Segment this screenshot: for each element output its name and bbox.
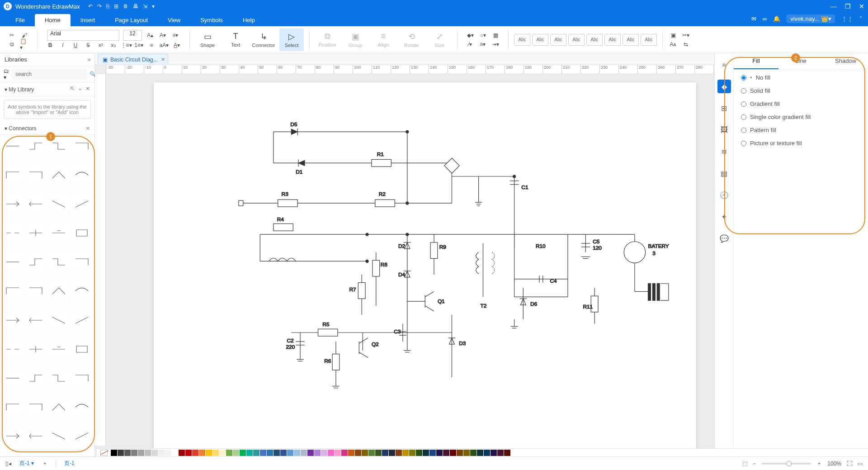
color-swatch[interactable]: [131, 450, 137, 456]
underline-icon[interactable]: U: [71, 41, 80, 50]
color-swatch[interactable]: [192, 450, 198, 456]
connector-shape[interactable]: [26, 399, 46, 416]
color-swatch[interactable]: [145, 450, 151, 456]
color-swatch[interactable]: [219, 450, 226, 456]
add-icon[interactable]: ＋: [77, 85, 83, 93]
more-icon[interactable]: ▾: [152, 3, 155, 9]
tab-view[interactable]: View: [158, 14, 190, 26]
connector-shape[interactable]: [71, 195, 92, 213]
tab-fill[interactable]: Fill: [734, 53, 778, 69]
connector-shape[interactable]: [26, 253, 46, 271]
close-button[interactable]: ✕: [859, 3, 864, 10]
connector-shape[interactable]: [49, 166, 69, 184]
color-swatch[interactable]: [396, 450, 402, 456]
focus-mode-icon[interactable]: ▣: [668, 32, 678, 39]
collapse-sidebar-icon[interactable]: «: [88, 56, 91, 63]
presentation-icon[interactable]: ▭: [858, 461, 863, 467]
collapse-ribbon-icon[interactable]: ˄: [859, 15, 863, 22]
redo-icon[interactable]: ↷: [97, 3, 102, 9]
tab-line[interactable]: Line: [778, 53, 823, 69]
maximize-button[interactable]: ❐: [845, 3, 851, 10]
connector-shape[interactable]: [49, 399, 69, 416]
color-swatch[interactable]: [443, 450, 449, 456]
font-color-icon[interactable]: A▾: [172, 41, 181, 50]
text-tool[interactable]: TText: [223, 28, 248, 51]
crop-icon[interactable]: ✂▾: [681, 32, 691, 39]
color-swatch[interactable]: [240, 450, 246, 456]
comment-category-icon[interactable]: 💬: [717, 232, 731, 245]
open-icon[interactable]: ⊞: [114, 3, 118, 9]
position-tool[interactable]: ⧉Position: [315, 28, 340, 51]
connector-shape[interactable]: [71, 399, 92, 416]
connector-shape[interactable]: [71, 166, 92, 184]
image-category-icon[interactable]: 🖼: [717, 123, 731, 137]
paste-icon[interactable]: 📋▾: [20, 40, 29, 49]
cut-icon[interactable]: ✂: [7, 31, 16, 40]
connector-shape[interactable]: [26, 166, 46, 184]
fill-color-icon[interactable]: ◆▾: [466, 31, 475, 40]
minimize-button[interactable]: —: [830, 3, 837, 10]
shrink-font-icon[interactable]: A▾: [158, 31, 167, 40]
color-swatch[interactable]: [280, 450, 287, 456]
fill-category-icon[interactable]: ◆: [717, 80, 731, 93]
color-swatch[interactable]: [450, 450, 456, 456]
color-swatch[interactable]: [118, 450, 124, 456]
connector-shape[interactable]: [26, 370, 46, 387]
font-panel-icon[interactable]: Aᴀ: [668, 41, 678, 48]
color-swatch[interactable]: [260, 450, 266, 456]
select-tool[interactable]: ▷Select: [279, 28, 304, 51]
connector-shape[interactable]: [49, 224, 69, 242]
replace-icon[interactable]: ⇆: [681, 41, 691, 48]
arrange-category-icon[interactable]: ✦: [717, 210, 731, 223]
fit-icon[interactable]: ⬚: [742, 461, 747, 467]
layers-category-icon[interactable]: ≋: [717, 145, 731, 158]
color-swatch[interactable]: [423, 450, 429, 456]
color-swatch[interactable]: [212, 450, 219, 456]
style-chip[interactable]: Abc: [604, 34, 621, 46]
color-swatch[interactable]: [470, 450, 476, 456]
connector-shape[interactable]: [3, 341, 23, 358]
style-chip[interactable]: Abc: [532, 34, 548, 46]
color-swatch[interactable]: [429, 450, 436, 456]
fill-opt-no-fill[interactable]: •No fill: [741, 74, 861, 81]
connector-shape[interactable]: [71, 282, 92, 299]
color-swatch[interactable]: [335, 450, 341, 456]
picture-icon[interactable]: ▦: [491, 31, 500, 40]
export-icon[interactable]: ⇲: [143, 3, 147, 9]
tab-shadow[interactable]: Shadow: [823, 53, 868, 69]
bullets-icon[interactable]: ⋮≡▾: [122, 41, 131, 50]
color-swatch[interactable]: [267, 450, 273, 456]
color-swatch[interactable]: [463, 450, 470, 456]
color-swatch[interactable]: [375, 450, 382, 456]
drawing-page[interactable]: D5 R1 D1 R3 R2: [154, 82, 696, 458]
color-swatch[interactable]: [206, 450, 212, 456]
connector-shape[interactable]: [71, 138, 92, 155]
tab-file[interactable]: File: [5, 14, 35, 26]
my-library-section[interactable]: ▾ My Library ⇱＋✕: [0, 83, 94, 96]
fill-opt-gradient[interactable]: Gradient fill: [741, 100, 861, 107]
layout-category-icon[interactable]: ⊞: [717, 101, 731, 115]
fill-opt-single-gradient[interactable]: Single color gradient fill: [741, 114, 861, 120]
color-swatch[interactable]: [274, 450, 280, 456]
color-swatch[interactable]: [389, 450, 395, 456]
connector-shape[interactable]: [49, 138, 69, 155]
connector-shape[interactable]: [71, 341, 92, 358]
connector-shape[interactable]: [26, 312, 46, 329]
connector-shape[interactable]: [3, 224, 23, 242]
arrow-style-icon[interactable]: ⇥▾: [491, 40, 500, 49]
page-nav-icon[interactable]: ▯◂: [5, 461, 11, 467]
connector-shape[interactable]: [3, 195, 23, 213]
close-tab-icon[interactable]: ✕: [161, 57, 165, 62]
color-swatch[interactable]: [348, 450, 354, 456]
connector-shape[interactable]: [3, 138, 23, 155]
style-chip[interactable]: Abc: [586, 34, 603, 46]
zoom-in-button[interactable]: ＋: [816, 460, 822, 467]
rotate-tool[interactable]: ⟲Rotate: [399, 28, 424, 51]
color-swatch[interactable]: [314, 450, 321, 456]
color-swatch[interactable]: [307, 450, 314, 456]
color-swatch[interactable]: [355, 450, 361, 456]
shape-tool[interactable]: ▭Shape: [195, 28, 220, 51]
undo-icon[interactable]: ↶: [88, 3, 93, 9]
color-swatch[interactable]: [165, 450, 171, 456]
print-icon[interactable]: 🖶: [133, 3, 138, 9]
